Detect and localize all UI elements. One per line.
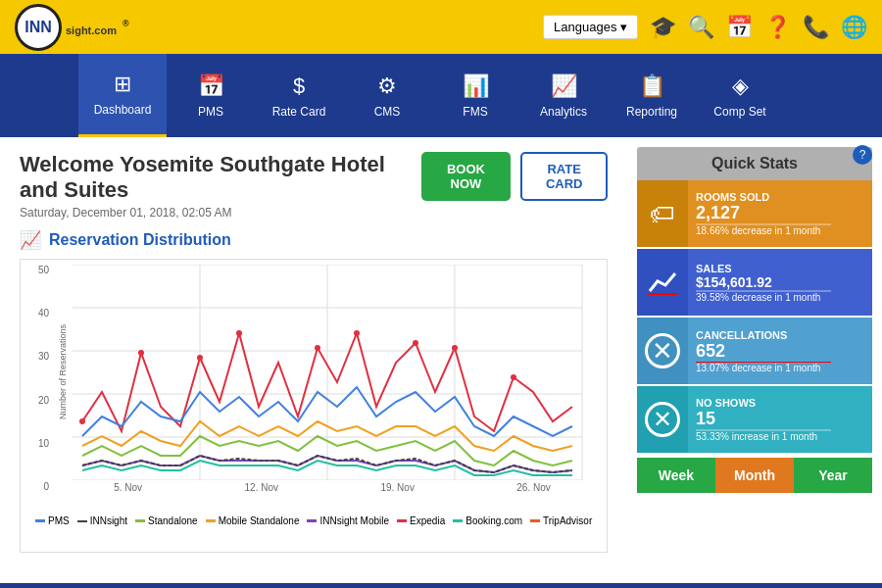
comp-set-icon: ◈ — [732, 74, 749, 99]
help-bubble[interactable]: ? — [853, 145, 872, 165]
left-panel: Welcome Yosemite Southgate Hotel and Sui… — [0, 137, 627, 583]
y-label-30: 30 — [25, 351, 49, 362]
nav-fms[interactable]: 📊 FMS — [431, 54, 519, 137]
svg-point-11 — [138, 350, 144, 356]
y-label-0: 0 — [25, 481, 49, 492]
period-tabs: Week Month Year — [637, 458, 872, 493]
no-shows-content: NO SHOWS 15 53.33% increase in 1 month — [688, 386, 872, 453]
calendar-icon[interactable]: 📅 — [726, 15, 753, 40]
nav-rate-card-label: Rate Card — [272, 105, 326, 119]
y-label-10: 10 — [25, 438, 49, 449]
tab-week[interactable]: Week — [637, 458, 715, 493]
cancel-label: CANCELLATIONS — [696, 329, 864, 341]
nav-bar: ⊞ Dashboard 📅 PMS $ Rate Card ⚙ CMS 📊 FM… — [0, 54, 882, 137]
nav-cms[interactable]: ⚙ CMS — [343, 54, 431, 137]
pms-icon: 📅 — [198, 74, 224, 99]
cms-icon: ⚙ — [377, 74, 397, 99]
nav-pms[interactable]: 📅 PMS — [167, 54, 255, 137]
graduation-cap-icon[interactable]: 🎓 — [650, 15, 676, 40]
chart-svg — [53, 265, 602, 480]
sales-value: $154,601.92 — [696, 274, 864, 290]
cancel-icon-box: ✕ — [637, 318, 688, 384]
nav-analytics-label: Analytics — [540, 105, 587, 119]
logo-circle: INN — [15, 4, 62, 51]
rate-card-icon: $ — [293, 74, 305, 99]
sales-icon — [637, 249, 688, 316]
y-label-40: 40 — [25, 308, 49, 318]
nav-cms-label: CMS — [374, 105, 401, 119]
fms-icon: 📊 — [463, 74, 489, 99]
analytics-icon: 📈 — [551, 74, 577, 99]
nav-analytics[interactable]: 📈 Analytics — [519, 54, 608, 137]
nav-rate-card[interactable]: $ Rate Card — [255, 54, 343, 137]
x-label-26nov: 26. Nov — [516, 482, 550, 493]
hotel-info: Welcome Yosemite Southgate Hotel and Sui… — [20, 152, 421, 229]
svg-point-14 — [315, 345, 320, 351]
no-shows-change: 53.33% increase in 1 month — [696, 431, 864, 442]
help-icon[interactable]: ❓ — [764, 15, 791, 40]
nav-comp-set-label: Comp Set — [713, 105, 765, 119]
rooms-sold-icon: 🏷 — [637, 180, 688, 247]
book-now-button[interactable]: BOOK NOW — [421, 152, 512, 201]
no-shows-label: NO SHOWS — [696, 397, 864, 409]
svg-point-16 — [413, 340, 418, 346]
chart-legend: PMS INNsight Standalone Mobile Standalon… — [25, 515, 602, 526]
section-title: 📈 Reservation Distribution — [20, 229, 608, 251]
legend-innsight: INNsight — [77, 515, 127, 526]
svg-point-12 — [197, 355, 203, 361]
legend-booking: Booking.com — [453, 515, 522, 526]
legend-tripadvisor: TripAdvisor — [530, 515, 592, 526]
no-shows-icon-box: ✕ — [637, 386, 688, 453]
rooms-sold-value: 2,127 — [696, 203, 864, 223]
dashboard-icon: ⊞ — [114, 72, 131, 97]
right-panel: ? Quick Stats 🏷 ROOMS SOLD 2,127 18.66% … — [627, 137, 882, 583]
nav-reporting-label: Reporting — [626, 105, 677, 119]
y-axis-label: Number of Reservations — [58, 341, 68, 419]
top-bar: INN sight.com ® Languages ▾ 🎓 🔍 📅 ❓ 📞 🌐 — [0, 0, 882, 54]
nav-dashboard[interactable]: ⊞ Dashboard — [78, 54, 167, 137]
svg-point-17 — [452, 345, 458, 351]
tab-month[interactable]: Month — [715, 458, 794, 493]
sales-change: 39.58% decrease in 1 month — [696, 292, 864, 303]
quick-stats-title: Quick Stats — [637, 147, 872, 180]
rooms-sold-change: 18.66% decrease in 1 month — [696, 225, 864, 236]
stat-sales: SALES $154,601.92 39.58% decrease in 1 m… — [637, 249, 872, 316]
nav-comp-set[interactable]: ◈ Comp Set — [696, 54, 784, 137]
cancel-value: 652 — [696, 341, 864, 362]
main-content: Welcome Yosemite Southgate Hotel and Sui… — [0, 137, 882, 583]
x-label-12nov: 12. Nov — [245, 482, 278, 493]
logo: INN sight.com ® — [15, 4, 129, 51]
no-shows-value: 15 — [696, 409, 864, 429]
sales-content: SALES $154,601.92 39.58% decrease in 1 m… — [688, 249, 872, 316]
nav-pms-label: PMS — [198, 105, 223, 119]
rooms-sold-content: ROOMS SOLD 2,127 18.66% decrease in 1 mo… — [688, 180, 872, 247]
languages-button[interactable]: Languages ▾ — [543, 15, 638, 39]
hotel-date: Saturday, December 01, 2018, 02:05 AM — [20, 206, 421, 220]
x-label-19nov: 19. Nov — [380, 482, 414, 493]
legend-expedia: Expedia — [397, 515, 445, 526]
globe-icon[interactable]: 🌐 — [841, 15, 867, 40]
nav-reporting[interactable]: 📋 Reporting — [608, 54, 696, 137]
phone-icon[interactable]: 📞 — [803, 15, 829, 40]
x-label-5nov: 5. Nov — [114, 482, 142, 493]
stat-cancellations: ✕ CANCELLATIONS 652 13.07% decrease in 1… — [637, 318, 872, 384]
section-title-text: Reservation Distribution — [49, 231, 231, 249]
search-icon[interactable]: 🔍 — [688, 15, 714, 40]
legend-mobile-standalone: Mobile Standalone — [206, 515, 300, 526]
svg-point-15 — [354, 330, 360, 336]
nav-fms-label: FMS — [463, 105, 487, 119]
top-row: Welcome Yosemite Southgate Hotel and Sui… — [20, 152, 608, 229]
reservation-icon: 📈 — [20, 229, 41, 251]
stat-rooms-sold: 🏷 ROOMS SOLD 2,127 18.66% decrease in 1 … — [637, 180, 872, 247]
reporting-icon: 📋 — [639, 74, 665, 99]
legend-innsight-mobile: INNsight Mobile — [307, 515, 389, 526]
rate-card-button[interactable]: RATE CARD — [520, 152, 608, 201]
cancel-change: 13.07% decrease in 1 month — [696, 363, 864, 373]
tab-year[interactable]: Year — [794, 458, 872, 493]
bottom-bar: 📋 Rooming List Property Performance Stat… — [0, 583, 882, 588]
svg-point-18 — [511, 374, 516, 380]
y-label-50: 50 — [25, 265, 49, 275]
svg-point-13 — [236, 330, 242, 336]
top-right-icons: Languages ▾ 🎓 🔍 📅 ❓ 📞 🌐 — [543, 15, 867, 40]
cancel-content: CANCELLATIONS 652 13.07% decrease in 1 m… — [688, 318, 872, 384]
